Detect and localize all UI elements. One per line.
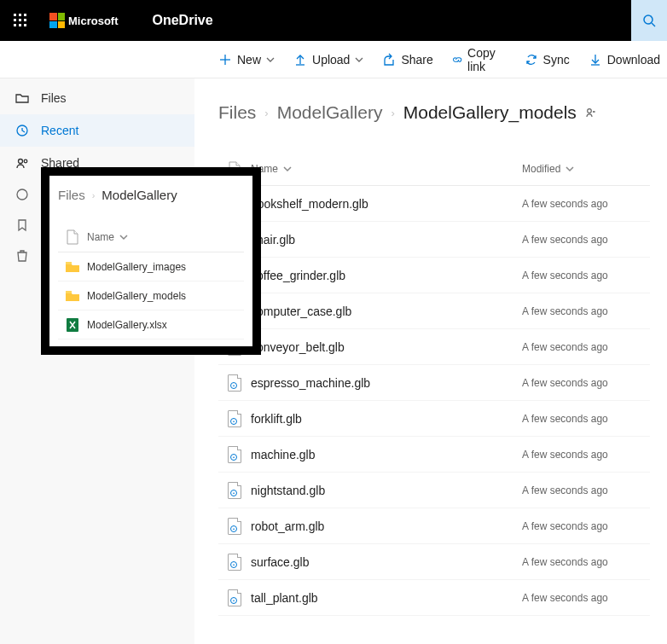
file-row[interactable]: •bookshelf_modern.glbA few seconds ago [218,186,650,222]
file-modified: A few seconds ago [522,305,650,317]
breadcrumb-root[interactable]: Files [218,102,256,123]
inset-header: Name [58,224,244,252]
file-name: coffee_grinder.glb [251,269,522,282]
nav-files[interactable]: Files [0,82,194,114]
file-type-icon: • [218,518,251,535]
copylink-label: Copy link [467,46,506,73]
file-type-icon: • [218,410,251,427]
file-list-header: Name Modified [218,152,650,186]
svg-point-20 [17,189,27,200]
file-row[interactable]: •conveyor_belt.glbA few seconds ago [218,329,650,365]
waffle-icon [14,14,27,27]
chevron-right-icon: › [391,107,394,119]
file-type-icon: • [218,554,251,571]
file-row[interactable]: •computer_case.glbA few seconds ago [218,293,650,329]
share-icon [382,53,396,67]
file-row[interactable]: •tall_plant.glbA few seconds ago [218,580,650,616]
chevron-down-icon [266,55,275,64]
file-type-icon: • [218,446,251,463]
inset-preview: Files › ModelGallery Name ModelGallery_i… [41,167,261,355]
private-icon [585,107,597,119]
inset-list: ModelGallery_imagesModelGallery_modelsMo… [58,252,244,339]
folder-icon [15,91,29,105]
inset-row-icon [58,291,87,301]
file-row[interactable]: •forklift.glbA few seconds ago [218,401,650,437]
file-name: robot_arm.glb [251,519,522,533]
file-row[interactable]: •coffee_grinder.glbA few seconds ago [218,258,650,293]
breadcrumb-mid[interactable]: ModelGallery [277,102,383,123]
chevron-down-icon [283,165,292,173]
folder-icon [66,291,79,301]
file-type-icon: • [218,482,251,499]
file-type-icon: • [218,374,251,392]
header-name[interactable]: Name [251,163,522,175]
file-modified: A few seconds ago [522,270,650,281]
inset-header-name[interactable]: Name [87,231,244,243]
file-row[interactable]: •robot_arm.glbA few seconds ago [218,508,650,544]
upload-button[interactable]: Upload [287,48,370,72]
file-modified: A few seconds ago [522,341,650,353]
inset-breadcrumb: Files › ModelGallery [58,188,244,202]
inset-row[interactable]: ModelGallery_models [58,281,244,310]
file-row[interactable]: •surface.glbA few seconds ago [218,544,650,580]
file-row[interactable]: •chair.glbA few seconds ago [218,222,650,258]
inset-crumb-current: ModelGallery [102,188,177,202]
file-row[interactable]: •espresso_machine.glbA few seconds ago [218,365,650,401]
svg-rect-1 [19,14,21,16]
file-modified: A few seconds ago [522,556,650,568]
inset-row-icon [58,262,87,272]
compass-icon [15,188,29,201]
sync-button[interactable]: Sync [518,48,577,72]
download-button[interactable]: Download [582,48,667,72]
bookmark-icon [15,218,29,232]
svg-line-10 [652,23,655,26]
header-modified[interactable]: Modified [522,163,650,175]
file-name: forklift.glb [251,412,522,426]
left-nav: Files Recent Shared [0,78,194,644]
svg-rect-6 [14,24,16,26]
svg-rect-23 [66,291,72,293]
file-name: surface.glb [251,555,522,569]
inset-row[interactable]: ModelGallery_images [58,252,244,281]
global-header: Microsoft OneDrive [0,0,667,41]
file-row[interactable]: •nightstand.glbA few seconds ago [218,473,650,508]
file-modified: A few seconds ago [522,484,650,496]
inset-row-name: ModelGallery_models [87,290,244,302]
search-button[interactable] [631,0,667,41]
file-modified: A few seconds ago [522,234,650,246]
share-button[interactable]: Share [375,48,439,72]
inset-crumb-root[interactable]: Files [58,188,85,202]
new-label: New [237,53,261,67]
inset-row-name: ModelGallery.xlsx [87,319,244,331]
file-icon [67,229,78,245]
inset-header-name-label: Name [87,231,114,243]
sync-icon [525,53,538,67]
microsoft-squares-icon [49,13,65,28]
file-name: conveyor_belt.glb [251,340,522,354]
command-bar: New Upload Share Copy link Sync Download [0,41,667,78]
app-launcher[interactable] [0,0,41,41]
file-name: nightstand.glb [251,484,522,497]
svg-point-19 [24,160,27,163]
people-icon [15,156,29,170]
new-button[interactable]: New [212,48,281,72]
breadcrumb: Files › ModelGallery › ModelGallery_mode… [218,102,650,123]
folder-icon [66,262,79,272]
share-label: Share [401,53,432,67]
copylink-button[interactable]: Copy link [445,41,513,78]
chevron-right-icon: › [264,107,268,119]
plus-icon [218,53,232,67]
nav-recent[interactable]: Recent [0,114,194,147]
svg-rect-0 [14,14,16,16]
recycle-bin-icon [15,249,29,263]
upload-label: Upload [312,53,350,67]
header-modified-label: Modified [522,163,560,175]
file-row[interactable]: •machine.glbA few seconds ago [218,437,650,473]
inset-row[interactable]: ModelGallery.xlsx [58,310,244,339]
clock-icon [15,124,29,137]
inset-header-type-icon[interactable] [58,229,87,245]
download-label: Download [607,53,660,67]
inset-row-icon [58,318,87,332]
svg-rect-22 [66,262,72,264]
chevron-down-icon [566,165,574,173]
